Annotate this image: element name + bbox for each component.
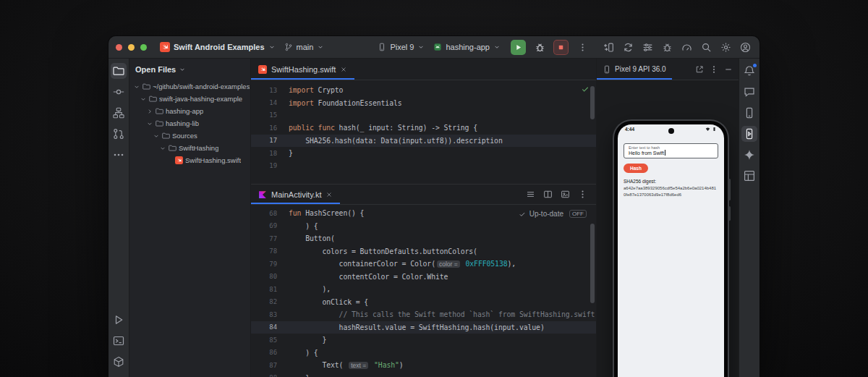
line-number[interactable]: 19	[251, 162, 289, 169]
design-view-icon[interactable]	[561, 190, 570, 199]
code-line-86[interactable]: 86 ) {	[251, 347, 596, 360]
line-number[interactable]: 87	[251, 362, 289, 369]
tool-run[interactable]	[111, 312, 127, 328]
code-line-85[interactable]: 85 }	[251, 334, 596, 347]
chevron-right-icon[interactable]	[146, 108, 153, 115]
tool-layout-inspector[interactable]	[741, 168, 757, 184]
live-updates-toggle[interactable]: OFF	[569, 210, 587, 218]
bug-report-button[interactable]	[658, 38, 676, 56]
editor-swift[interactable]: 13import Crypto14import FoundationEssent…	[251, 80, 596, 184]
code-line-83[interactable]: 83 // This calls the Swift method `hash`…	[251, 308, 596, 321]
vcs-branch-widget[interactable]: main	[280, 41, 329, 54]
more-options-icon[interactable]	[578, 190, 587, 199]
debug-button[interactable]	[531, 38, 548, 56]
settings-button[interactable]	[717, 38, 734, 56]
tool-pull-requests[interactable]	[111, 126, 127, 142]
line-number[interactable]: 81	[251, 286, 289, 293]
line-number[interactable]: 13	[251, 87, 289, 94]
project-selector[interactable]: Swift Android Examples	[156, 40, 280, 54]
profiler-button[interactable]	[678, 38, 695, 56]
minimize-window-button[interactable]	[128, 44, 135, 51]
editor-kotlin[interactable]: 68fun HashScreen() {69 ) {77 Button(78 c…	[251, 205, 596, 377]
line-number[interactable]: 88	[251, 374, 289, 377]
scrollbar-thumb[interactable]	[590, 86, 595, 119]
code-line-87[interactable]: 87 Text( text = "Hash")	[251, 359, 596, 372]
code-line-84[interactable]: 84 hashResult.value = SwiftHashing.hash(…	[251, 321, 596, 334]
line-number[interactable]: 86	[251, 349, 289, 356]
zoom-window-button[interactable]	[140, 44, 147, 51]
code-line-79[interactable]: 79 containerColor = Color(color = 0xFFF0…	[251, 258, 596, 271]
line-number[interactable]: 77	[251, 235, 289, 242]
tool-ai-assistant[interactable]	[741, 84, 757, 100]
line-number[interactable]: 85	[251, 336, 289, 344]
tree-item[interactable]: hashing-lib	[129, 117, 250, 130]
search-everywhere-button[interactable]	[697, 38, 715, 56]
line-number[interactable]: 79	[251, 260, 289, 268]
tree-item[interactable]: swift-java-hashing-example	[129, 93, 250, 105]
hash-button[interactable]: Hash	[624, 164, 648, 173]
stop-button[interactable]	[553, 40, 569, 55]
line-number[interactable]: 80	[251, 273, 289, 280]
code-line-18[interactable]: 18}	[251, 147, 596, 159]
tree-item[interactable]: hashing-app	[129, 105, 250, 117]
device-selector[interactable]: Pixel 9	[373, 41, 429, 54]
inspection-ok-icon[interactable]	[581, 85, 590, 93]
run-button[interactable]	[511, 40, 526, 55]
line-number[interactable]: 68	[251, 210, 289, 217]
tree-item[interactable]: Sources	[129, 130, 250, 142]
code-line-81[interactable]: 81 ),	[251, 283, 596, 296]
tool-structure[interactable]	[111, 105, 127, 121]
tool-services[interactable]	[111, 354, 127, 370]
tool-more-tools[interactable]	[111, 147, 127, 163]
code-line-78[interactable]: 78 colors = ButtonDefaults.buttonColors(	[251, 245, 596, 258]
line-number[interactable]: 84	[251, 323, 289, 331]
project-view-selector[interactable]: Open Files	[129, 59, 250, 78]
line-number[interactable]: 69	[251, 222, 289, 229]
code-line-15[interactable]: 15	[251, 109, 596, 122]
line-number[interactable]: 15	[251, 111, 289, 119]
tool-commit[interactable]	[111, 84, 127, 100]
device-mirroring-button[interactable]	[600, 38, 617, 56]
tree-item[interactable]: ~/github/swift-android-examples	[129, 80, 250, 93]
chevron-down-icon[interactable]	[146, 120, 153, 127]
tab-swifthashing-swift[interactable]: SwiftHashing.swift	[251, 59, 354, 80]
open-in-window-icon[interactable]	[695, 65, 704, 74]
line-number[interactable]: 83	[251, 311, 289, 318]
code-line-88[interactable]: 88 }	[251, 372, 596, 377]
close-window-button[interactable]	[116, 44, 122, 51]
scrollbar-thumb[interactable]	[590, 224, 595, 303]
hide-panel-icon[interactable]	[724, 65, 733, 74]
tool-running-devices[interactable]	[741, 126, 757, 142]
line-number[interactable]: 82	[251, 298, 289, 305]
line-number[interactable]: 78	[251, 247, 289, 255]
chevron-down-icon[interactable]	[159, 145, 166, 152]
more-run-options-button[interactable]	[574, 38, 591, 56]
tab-pixel-9[interactable]: Pixel 9 API 36.0	[597, 59, 672, 80]
tab-mainactivity-kt[interactable]: MainActivity.kt	[251, 185, 340, 204]
tool-notifications[interactable]	[741, 63, 757, 79]
build-variants-button[interactable]	[639, 38, 656, 56]
code-line-82[interactable]: 82 onClick = {	[251, 296, 596, 309]
tool-device-explorer[interactable]	[741, 105, 757, 121]
tool-terminal[interactable]	[111, 333, 127, 349]
code-line-16[interactable]: 16public func hash(_ input: String) -> S…	[251, 122, 596, 134]
line-number[interactable]: 14	[251, 99, 289, 106]
chevron-down-icon[interactable]	[140, 96, 147, 103]
panel-options-icon[interactable]	[710, 65, 718, 74]
sync-project-button[interactable]	[619, 38, 637, 56]
line-number[interactable]: 17	[251, 137, 289, 144]
compose-preview-status[interactable]: Up-to-date OFF	[519, 210, 587, 218]
device-screen[interactable]: 4:44 Enter text to hash Hello from Swift	[618, 124, 724, 377]
code-line-69[interactable]: 69 ) {	[251, 220, 596, 233]
code-line-80[interactable]: 80 contentColor = Color.White	[251, 271, 596, 284]
tool-gemini[interactable]	[741, 147, 757, 163]
tool-project[interactable]	[111, 63, 127, 79]
chevron-down-icon[interactable]	[153, 132, 160, 140]
code-view-icon[interactable]	[526, 190, 535, 199]
close-tab-icon[interactable]	[326, 191, 333, 198]
code-line-77[interactable]: 77 Button(	[251, 232, 596, 245]
close-tab-icon[interactable]	[340, 66, 347, 73]
split-view-icon[interactable]	[543, 190, 553, 199]
code-line-17[interactable]: 17 SHA256.hash(data: Data(input.utf8)).d…	[251, 135, 596, 147]
run-config-selector[interactable]: hashing-app	[429, 41, 505, 54]
